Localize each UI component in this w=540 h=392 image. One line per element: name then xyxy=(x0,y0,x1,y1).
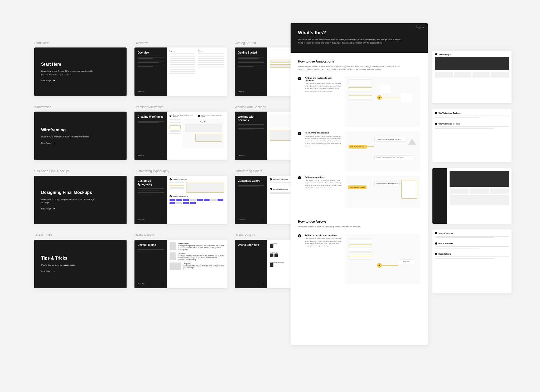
brand-label: DesignKit xyxy=(415,26,424,29)
arrow-step-1: 1 Adding arrows to your mockups Click "A… xyxy=(298,234,420,284)
plugin-thumbnail xyxy=(170,262,181,270)
cell-wireframing: Wireframing Wireframing Learn how to cre… xyxy=(34,105,127,160)
card-designing-final-mockups[interactable]: Designing Final Mockups Learn how to eas… xyxy=(34,176,127,224)
cell-customizing-typography: Customizing Typography Customize Typogra… xyxy=(134,169,227,224)
figma-canvas[interactable]: Start Here Start Here Learn how to use D… xyxy=(0,0,540,392)
arrow-right-icon xyxy=(52,207,55,210)
section-heading: How to use Annotations xyxy=(298,60,420,63)
card-start-here[interactable]: Start Here Learn how to use DesignKit to… xyxy=(34,47,127,96)
panel-title: Overview xyxy=(138,51,164,55)
arrow-right-icon: → xyxy=(262,91,264,92)
next-page-link[interactable]: Next Page xyxy=(41,142,120,144)
arrow-right-icon: → xyxy=(262,219,264,221)
overlay-body: How to use Annotations Annotations can b… xyxy=(291,53,428,296)
plugin-thumbnail xyxy=(170,252,176,260)
overlay-header: DesignKit What's this? These are the mas… xyxy=(291,23,428,53)
arrow-right-icon xyxy=(52,142,55,144)
plugins-preview: Batch StylerChange multiple text and col… xyxy=(167,240,227,288)
peek-visual-design[interactable]: Visual Design xyxy=(432,51,512,103)
cell-useful-plugins: Useful Plugins Useful Plugins Press "N"→… xyxy=(134,233,227,288)
panel-title: Customize Typography xyxy=(138,179,164,186)
step-2: 2 Positioning annotations Remember to po… xyxy=(298,132,420,171)
frame-label: Tips & Tricks xyxy=(34,233,127,237)
card-title: Start Here xyxy=(41,62,120,67)
peek-variants[interactable]: Use Variants on Sections Use Variants on… xyxy=(432,109,512,162)
frame-label: Useful Plugins xyxy=(134,233,227,237)
card-blurb: Learn how to use DesignKit to create you… xyxy=(41,70,99,76)
panel-title: Useful Plugins xyxy=(138,243,164,247)
frame-label: Creating Wireframes xyxy=(134,105,227,109)
panel-title: Useful Shortcuts xyxy=(238,243,264,247)
cell-tips-tricks: Tips & Tricks Tips & Tricks Useful tips … xyxy=(34,233,127,288)
step-figure: Click on a frame to select Hi, John Smit… xyxy=(345,132,420,171)
card-tips-tricks[interactable]: Tips & Tricks Useful tips for more advan… xyxy=(34,240,127,288)
cell-overview: Overview Overview Press "N"→ Layers Asse… xyxy=(134,41,227,96)
arrow-right-icon: → xyxy=(162,283,164,285)
arrow-right-icon xyxy=(52,270,55,273)
frame-label: Customizing Typography xyxy=(134,169,227,173)
step-number-icon: 1 xyxy=(298,77,301,80)
card-title: Tips & Tricks xyxy=(41,256,120,261)
cell-start-here: Start Here Start Here Learn how to use D… xyxy=(34,41,127,96)
arrow-right-icon: → xyxy=(162,91,164,92)
overlay-title: What's this? xyxy=(298,30,420,36)
card-title: Designing Final Mockups xyxy=(41,190,120,195)
card-blurb: Learn how to easily turn your wireframes… xyxy=(41,198,99,204)
step-figure: Click on a frame to select I'm John Smit… xyxy=(345,176,420,208)
whats-this-page[interactable]: DesignKit What's this? These are the mas… xyxy=(291,23,428,345)
section-sub: Arrows can be used to show the relations… xyxy=(298,226,403,228)
arrow-right-icon: → xyxy=(162,219,164,221)
typography-preview: 1Update text styles 2Update all elements xyxy=(167,176,227,224)
step-number-icon: 2 xyxy=(298,132,301,135)
arrow-right-icon: → xyxy=(262,155,264,156)
panel-title: Getting Started xyxy=(238,51,264,55)
cell-creating-wireframes: Creating Wireframes Creating Wireframes … xyxy=(134,105,227,160)
cell-designing-final-mockups: Designing Final Mockups Designing Final … xyxy=(34,169,127,224)
section-heading: How to use Arrows xyxy=(298,220,420,223)
creating-wireframes-preview: 1Drag and drop sections from Assets 2Add… xyxy=(167,112,227,160)
card-title: Wireframing xyxy=(41,127,120,133)
arrow-right-icon xyxy=(52,79,55,82)
card-useful-plugins[interactable]: Useful Plugins Press "N"→ Batch StylerCh… xyxy=(134,240,227,288)
panel-title: Customize Colors xyxy=(238,179,264,183)
step-figure: 1 Page link xyxy=(345,234,420,284)
next-page-link[interactable]: Next Page xyxy=(41,79,120,82)
step-3: 3 Editing annotations Click "Enter" or "… xyxy=(298,176,420,208)
step-figure: 1 xyxy=(345,77,420,127)
card-overview[interactable]: Overview Press "N"→ Layers Assets xyxy=(134,47,227,96)
card-blurb: Useful tips for more advanced users. xyxy=(41,264,99,267)
overview-preview: Layers Assets xyxy=(167,47,227,96)
panel-title: Creating Wireframes xyxy=(138,115,164,119)
peek-mockup[interactable] xyxy=(432,168,512,224)
overlay-intro: These are the master components used for… xyxy=(298,38,403,45)
arrow-right-icon: → xyxy=(162,155,164,156)
frame-label: Wireframing xyxy=(34,105,127,109)
section-sub: Annotations can be used to leave notes f… xyxy=(298,65,403,71)
card-creating-wireframes[interactable]: Creating Wireframes Press "N"→ 1Drag and… xyxy=(134,112,227,160)
thumbnail-grid: Start Here Start Here Learn how to use D… xyxy=(34,41,327,288)
plugin-thumbnail xyxy=(170,242,176,250)
frame-label: Start Here xyxy=(34,41,127,45)
card-wireframing[interactable]: Wireframing Learn how to create your own… xyxy=(34,112,127,160)
peek-grid-tips[interactable]: Snap to the Grid Grid is 8px units Keep … xyxy=(432,230,512,293)
step-number-icon: 3 xyxy=(298,176,301,179)
card-customizing-typography[interactable]: Customize Typography Press "N"→ 1Update … xyxy=(134,176,227,224)
frame-label: Overview xyxy=(134,41,227,45)
step-number-icon: 1 xyxy=(298,234,301,237)
arrow-right-icon: → xyxy=(262,283,264,285)
next-page-link[interactable]: Next Page xyxy=(41,207,120,210)
frame-label: Designing Final Mockups xyxy=(34,169,127,173)
step-1: 1 Adding annotations to your mockups Cli… xyxy=(298,77,420,127)
next-page-link[interactable]: Next Page xyxy=(41,270,120,273)
card-blurb: Learn how to create your own complete wi… xyxy=(41,135,99,138)
panel-title: Working with Sections xyxy=(238,115,264,122)
